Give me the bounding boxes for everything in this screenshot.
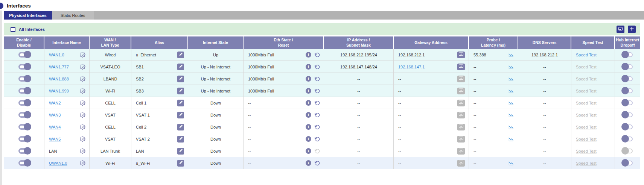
- hub-dropoff-toggle[interactable]: [622, 136, 633, 141]
- edit-alias-button[interactable]: [177, 136, 184, 143]
- settings-gear-icon[interactable]: [80, 160, 85, 166]
- interface-name-link[interactable]: WAN1.999: [49, 89, 69, 93]
- hub-dropoff-toggle[interactable]: [622, 52, 633, 57]
- info-icon[interactable]: i: [306, 52, 311, 58]
- edit-alias-button[interactable]: [177, 124, 184, 130]
- internet-state: Down: [210, 113, 221, 117]
- edit-alias-button[interactable]: [177, 100, 184, 106]
- gateway-console-button[interactable]: [457, 64, 465, 70]
- gateway-address[interactable]: 192.168.147.1: [398, 65, 425, 69]
- tab-physical-interfaces[interactable]: Physical Interfaces: [4, 11, 52, 20]
- edit-alias-button[interactable]: [177, 148, 184, 155]
- add-button[interactable]: [628, 26, 636, 33]
- settings-gear-icon[interactable]: [80, 52, 85, 58]
- info-icon[interactable]: i: [306, 100, 311, 106]
- latency-graph-icon[interactable]: [508, 52, 514, 58]
- speed-test-link[interactable]: Speed Test: [576, 125, 597, 129]
- tab-static-routes[interactable]: Static Routes: [52, 11, 94, 20]
- latency-graph-icon[interactable]: [508, 76, 514, 82]
- enable-toggle[interactable]: [18, 52, 30, 58]
- edit-alias-button[interactable]: [177, 160, 184, 167]
- latency-graph-icon[interactable]: [508, 161, 514, 166]
- speed-test-link[interactable]: Speed Test: [576, 161, 597, 165]
- info-icon[interactable]: i: [306, 124, 311, 130]
- settings-gear-icon[interactable]: [80, 136, 85, 142]
- speed-test-link[interactable]: Speed Test: [576, 53, 597, 57]
- latency-graph-icon[interactable]: [508, 64, 514, 70]
- info-icon[interactable]: i: [306, 136, 311, 142]
- latency-graph-icon[interactable]: [508, 100, 514, 106]
- hub-dropoff-toggle[interactable]: [622, 161, 633, 165]
- info-icon[interactable]: i: [306, 160, 311, 166]
- reset-icon[interactable]: [315, 76, 320, 82]
- latency-graph-icon[interactable]: [508, 88, 514, 94]
- reset-icon[interactable]: [315, 88, 320, 94]
- toggle-knob: [24, 135, 31, 143]
- reset-icon[interactable]: [315, 112, 320, 118]
- edit-alias-button[interactable]: [177, 88, 184, 94]
- speed-test-link[interactable]: Speed Test: [576, 101, 597, 105]
- settings-gear-icon[interactable]: [80, 112, 85, 118]
- interface-name-link[interactable]: WAN3: [49, 113, 61, 117]
- enable-toggle[interactable]: [18, 148, 30, 154]
- interfaces-table: Enable /DisableInterface NameWAN /LAN Ty…: [4, 36, 640, 169]
- settings-gear-icon[interactable]: [80, 76, 85, 82]
- hub-dropoff-toggle[interactable]: [622, 112, 633, 117]
- gateway-console-button[interactable]: [457, 52, 465, 58]
- speed-test-link[interactable]: Speed Test: [576, 149, 597, 153]
- alias-text: Cell 1: [136, 101, 146, 105]
- settings-gear-icon[interactable]: [80, 124, 85, 130]
- hub-dropoff-toggle[interactable]: [622, 124, 633, 129]
- hub-dropoff-toggle[interactable]: [622, 100, 633, 105]
- edit-alias-button[interactable]: [177, 76, 184, 82]
- all-interfaces-checkbox[interactable]: [11, 27, 15, 32]
- info-icon[interactable]: i: [306, 112, 311, 118]
- reset-icon[interactable]: [315, 52, 320, 58]
- speed-test-link[interactable]: Speed Test: [576, 113, 597, 117]
- info-icon[interactable]: i: [306, 76, 311, 82]
- edit-alias-button[interactable]: [177, 52, 184, 58]
- info-icon[interactable]: i: [306, 148, 311, 154]
- interface-name-link[interactable]: WAN1.0: [49, 53, 64, 57]
- latency-graph-icon[interactable]: [508, 112, 514, 118]
- panel-button[interactable]: [617, 26, 624, 33]
- hub-dropoff-toggle[interactable]: [622, 76, 633, 81]
- speed-test-link[interactable]: Speed Test: [576, 65, 597, 69]
- enable-toggle[interactable]: [18, 88, 30, 94]
- interface-name-link[interactable]: WAN1.777: [49, 65, 69, 69]
- hub-dropoff-toggle[interactable]: [622, 64, 633, 69]
- enable-toggle[interactable]: [18, 124, 30, 130]
- settings-gear-icon[interactable]: [80, 88, 85, 94]
- settings-gear-icon[interactable]: [80, 100, 85, 106]
- enable-toggle[interactable]: [18, 76, 30, 82]
- enable-toggle[interactable]: [18, 64, 30, 70]
- interface-name-link[interactable]: WAN5: [49, 137, 61, 141]
- enable-toggle[interactable]: [18, 100, 30, 106]
- interface-name-link[interactable]: WAN1.888: [49, 77, 69, 81]
- interface-name-link[interactable]: UWAN1.0: [49, 161, 67, 165]
- hub-dropoff-toggle[interactable]: [622, 88, 633, 93]
- gateway-address: --: [398, 101, 401, 105]
- interface-name-link[interactable]: WAN2: [49, 101, 61, 105]
- settings-gear-icon[interactable]: [80, 148, 85, 154]
- edit-alias-button[interactable]: [177, 64, 184, 70]
- reset-icon[interactable]: [315, 136, 320, 142]
- latency-graph-icon[interactable]: [508, 124, 514, 130]
- gateway-console-button: [457, 148, 465, 155]
- reset-icon[interactable]: [315, 100, 320, 106]
- speed-test-link[interactable]: Speed Test: [576, 137, 597, 141]
- latency-graph-icon[interactable]: [508, 136, 514, 142]
- edit-alias-button[interactable]: [177, 112, 184, 118]
- interface-name-link[interactable]: WAN4: [49, 125, 61, 129]
- reset-icon[interactable]: [315, 64, 320, 70]
- reset-icon[interactable]: [315, 124, 320, 130]
- reset-icon[interactable]: [315, 161, 320, 166]
- speed-test-link[interactable]: Speed Test: [576, 89, 597, 93]
- info-icon[interactable]: i: [306, 88, 311, 94]
- enable-toggle[interactable]: [18, 112, 30, 118]
- enable-toggle[interactable]: [18, 160, 30, 166]
- settings-gear-icon[interactable]: [80, 64, 85, 70]
- enable-toggle[interactable]: [18, 136, 30, 142]
- speed-test-link[interactable]: Speed Test: [576, 77, 597, 81]
- info-icon[interactable]: i: [306, 64, 311, 70]
